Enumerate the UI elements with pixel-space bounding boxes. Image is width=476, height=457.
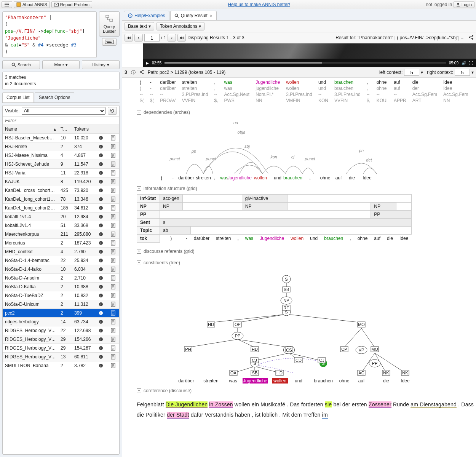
table-row[interactable]: HSJ-Maese_Nissima44.867i <box>3 151 119 160</box>
tab-corpus-list[interactable]: Corpus List <box>2 92 34 102</box>
info-icon[interactable]: ⓘ <box>131 69 136 76</box>
nav-prev-button[interactable]: ‹ <box>134 34 143 42</box>
table-row[interactable]: kobaltL2v1.45133.368i <box>3 221 119 230</box>
svg-text:darüber: darüber <box>178 175 194 181</box>
volume-icon[interactable]: 🔊 <box>462 61 466 65</box>
video-progress[interactable] <box>165 62 446 64</box>
keyboard-button[interactable] <box>102 38 117 46</box>
reload-button[interactable] <box>108 107 117 115</box>
table-row[interactable]: RIDGES_Herbology_Version29154.267i <box>3 344 119 353</box>
svg-rect-6 <box>106 41 107 42</box>
section-dependencies[interactable]: −dependencies (arches) <box>137 108 476 117</box>
svg-text:S: S <box>285 310 288 314</box>
coreference-text: Feigenblatt Die Jugendlichen in Zossen w… <box>122 396 476 423</box>
col-tokens[interactable]: Tokens <box>72 125 95 133</box>
constituent-tree: SSBNPRES HDOPMO PP PHHDCS CJCDCJ SS OASB… <box>137 269 476 383</box>
svg-text:auf: auf <box>335 175 342 181</box>
svg-text:S: S <box>322 361 324 366</box>
table-row[interactable]: NoSta-D-Kafka210.388i <box>3 283 119 291</box>
svg-text:i: i <box>101 355 101 359</box>
video-player[interactable]: ▶ 02:55 05:09 🔊 ⛶ <box>143 43 476 67</box>
nav-page-input[interactable] <box>144 34 160 42</box>
tab-query-result[interactable]: Query Result✕ <box>170 11 217 20</box>
table-row[interactable]: SMULTRON_Banana23.782i <box>3 361 119 370</box>
login-button[interactable]: Login <box>454 1 474 8</box>
svg-text:i: i <box>101 136 101 140</box>
nav-last-button[interactable]: ⏭ <box>177 34 186 42</box>
table-row[interactable]: HSJ-Briefe2374i <box>3 142 119 151</box>
table-row[interactable]: HSJ-Schevet_Jehude911.547i <box>3 160 119 169</box>
left-ctx-input[interactable] <box>404 69 419 76</box>
table-row[interactable]: KanDeL_long_cohort1_v2.07813.346i <box>3 195 119 204</box>
nav-first-button[interactable]: ⏮ <box>125 34 133 42</box>
svg-line-133 <box>211 314 286 323</box>
svg-rect-8 <box>108 41 109 42</box>
caret-down-icon[interactable]: ▾ <box>421 70 423 75</box>
query-builder-button[interactable]: Query Builder <box>99 11 120 37</box>
table-row[interactable]: pcc22399i <box>3 309 119 318</box>
svg-text:ohne: ohne <box>339 378 350 383</box>
play-icon[interactable]: ▶ <box>146 61 149 65</box>
section-discourse-ref[interactable]: +discourse referents (grid) <box>137 247 476 256</box>
close-icon[interactable]: ✕ <box>209 14 212 18</box>
svg-text:i: i <box>101 268 101 271</box>
status-line1: 3 matches <box>5 74 117 81</box>
visible-select[interactable]: All <box>22 107 105 115</box>
more-label: More <box>54 62 64 67</box>
table-row[interactable]: ridges.herbology1463.734i <box>3 318 119 326</box>
section-constituents[interactable]: −constituents (tree) <box>137 259 476 267</box>
svg-text:-: - <box>172 175 174 181</box>
table-row[interactable]: RIDGES_Herbology_Version29154.266i <box>3 335 119 344</box>
svg-text:i: i <box>101 145 101 149</box>
table-row[interactable]: KanDeL_cross_cohort_v2.042573.920i <box>3 186 119 195</box>
base-text-dropdown[interactable]: Base text▾ <box>125 22 154 30</box>
search-button[interactable]: Search <box>2 60 40 69</box>
svg-line-135 <box>286 314 361 323</box>
svg-text:i: i <box>101 276 101 280</box>
svg-rect-10 <box>110 41 111 42</box>
svg-text:S: S <box>285 277 288 281</box>
table-row[interactable]: MHD_context42.760i <box>3 248 119 256</box>
section-info-struct[interactable]: −information structure (grid) <box>137 184 476 193</box>
table-row[interactable]: NoSta-D-Anselm22.710i <box>3 274 119 283</box>
svg-text:OA: OA <box>230 371 237 375</box>
query-editor[interactable]: "Pharmakonzern" | ( pos=/V.FIN/ ->dep[fu… <box>2 11 97 58</box>
right-ctx-input[interactable] <box>455 69 470 76</box>
nav-next-button[interactable]: › <box>168 34 176 42</box>
share-icon[interactable] <box>139 70 144 75</box>
table-row[interactable]: KanDeL_long_cohort2_v2.018534.612i <box>3 204 119 213</box>
table-row[interactable]: RIDGES_Herbology_Version1360.811i <box>3 353 119 361</box>
section-coreference[interactable]: −coreference (discourse) <box>137 387 476 395</box>
svg-text:und: und <box>295 378 302 383</box>
table-row[interactable]: NoSta-D-1.4-falko106.034i <box>3 265 119 274</box>
table-row[interactable]: HSJ-Baseler_Maesebuch1010.020i <box>3 134 119 142</box>
about-button[interactable]: About ANNIS <box>14 1 50 8</box>
col-texts[interactable]: Texts <box>58 125 72 133</box>
history-button[interactable]: History▾ <box>82 60 120 69</box>
help-annis-link[interactable]: Help us to make ANNIS better! <box>228 2 290 7</box>
report-problem-button[interactable]: Report Problem <box>51 1 92 8</box>
table-row[interactable]: KAJUK8119.420i <box>3 177 119 186</box>
table-row[interactable]: Maerchenkorpus211295.880i <box>3 230 119 239</box>
more-button[interactable]: More▾ <box>42 60 80 69</box>
sidebar-toggle[interactable] <box>2 1 12 8</box>
share-icon[interactable] <box>468 35 474 41</box>
tab-search-options[interactable]: Search Options <box>35 92 75 102</box>
table-row[interactable]: kobaltL1v1.42012.984i <box>3 213 119 221</box>
token-anno-dropdown[interactable]: Token Annotations▾ <box>157 22 204 30</box>
table-row[interactable]: HSJ-Varia1122.918i <box>3 169 119 177</box>
table-row[interactable]: Mercurius2187.423i <box>3 239 119 248</box>
svg-rect-7 <box>107 41 108 42</box>
corpus-filter-input[interactable] <box>3 116 119 125</box>
svg-text:HD: HD <box>208 322 214 327</box>
caret-down-icon[interactable]: ▾ <box>471 70 474 75</box>
svg-text:sbj: sbj <box>244 144 250 149</box>
table-row[interactable]: NoSta-D-TueBaDZ210.832i <box>3 291 119 300</box>
table-row[interactable]: RIDGES_Herbology_Version22122.698i <box>3 326 119 335</box>
tab-help-examples[interactable]: ?Help/Examples <box>124 11 169 20</box>
col-name[interactable]: Name ▴ <box>3 125 58 133</box>
table-row[interactable]: NoSta-D-Unicum211.312i <box>3 300 119 309</box>
table-row[interactable]: NoSta-D-1.4-bematac2225.934i <box>3 256 119 265</box>
fullscreen-icon[interactable]: ⛶ <box>469 61 473 65</box>
svg-rect-11 <box>112 41 112 42</box>
